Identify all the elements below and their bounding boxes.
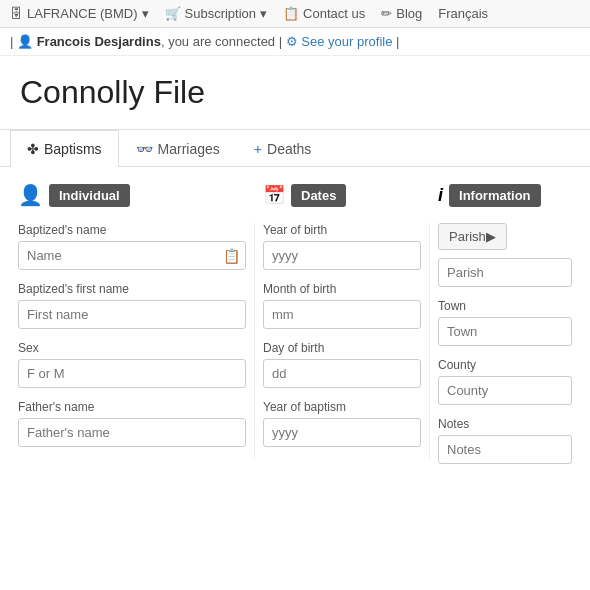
input-day-birth[interactable] bbox=[263, 359, 421, 388]
blog-icon: ✏ bbox=[381, 6, 392, 21]
tab-baptisms[interactable]: ✤ Baptisms bbox=[10, 130, 119, 167]
field-fathers-name: Father's name bbox=[18, 400, 246, 447]
field-notes: Notes bbox=[438, 417, 572, 464]
tab-deaths[interactable]: + Deaths bbox=[237, 130, 329, 167]
dates-header: 📅 Dates bbox=[255, 177, 430, 213]
contact-link[interactable]: 📋 Contact us bbox=[283, 6, 365, 21]
cart-icon: 🛒 bbox=[165, 6, 181, 21]
search-form: 👤 Individual 📅 Dates i Information Bapti… bbox=[0, 167, 590, 486]
title-area: Connolly File bbox=[0, 56, 590, 130]
input-fathers-name[interactable] bbox=[18, 418, 246, 447]
field-parish: Parish▶ bbox=[438, 223, 572, 287]
field-month-birth: Month of birth bbox=[263, 282, 421, 329]
subscription-dropdown-icon: ▾ bbox=[260, 6, 267, 21]
input-notes[interactable] bbox=[438, 435, 572, 464]
information-header: i Information bbox=[430, 177, 580, 213]
label-year-baptism: Year of baptism bbox=[263, 400, 421, 414]
input-sex[interactable] bbox=[18, 359, 246, 388]
person-icon: 👤 bbox=[18, 183, 43, 207]
label-county: County bbox=[438, 358, 572, 372]
field-county: County bbox=[438, 358, 572, 405]
contact-icon: 📋 bbox=[283, 6, 299, 21]
username: Francois Desjardins bbox=[37, 34, 161, 49]
label-fathers-name: Father's name bbox=[18, 400, 246, 414]
brand-dropdown-icon: ▾ bbox=[142, 6, 149, 21]
input-town[interactable] bbox=[438, 317, 572, 346]
input-baptized-name[interactable] bbox=[18, 241, 246, 270]
col-dates: Year of birth Month of birth Day of birt… bbox=[255, 223, 430, 459]
col-individual: Baptized's name 📋 Baptized's first name … bbox=[10, 223, 255, 459]
field-day-birth: Day of birth bbox=[263, 341, 421, 388]
label-sex: Sex bbox=[18, 341, 246, 355]
form-body: Baptized's name 📋 Baptized's first name … bbox=[10, 223, 580, 476]
label-baptized-first-name: Baptized's first name bbox=[18, 282, 246, 296]
tab-marriages[interactable]: 👓 Marriages bbox=[119, 130, 237, 167]
label-baptized-name: Baptized's name bbox=[18, 223, 246, 237]
field-town: Town bbox=[438, 299, 572, 346]
input-county[interactable] bbox=[438, 376, 572, 405]
input-baptized-first-name[interactable] bbox=[18, 300, 246, 329]
marriages-icon: 👓 bbox=[136, 141, 153, 157]
language-link[interactable]: Français bbox=[438, 6, 488, 21]
col-information: Parish▶ Town County Notes bbox=[430, 223, 580, 476]
dates-badge: Dates bbox=[291, 184, 346, 207]
input-month-birth[interactable] bbox=[263, 300, 421, 329]
label-month-birth: Month of birth bbox=[263, 282, 421, 296]
parish-button[interactable]: Parish▶ bbox=[438, 223, 507, 250]
field-year-birth: Year of birth bbox=[263, 223, 421, 270]
user-icon: 👤 bbox=[17, 34, 33, 49]
database-icon: 🗄 bbox=[10, 6, 23, 21]
information-badge: Information bbox=[449, 184, 541, 207]
name-search-icon: 📋 bbox=[223, 248, 240, 264]
subscription-link[interactable]: 🛒 Subscription ▾ bbox=[165, 6, 268, 21]
see-profile-link[interactable]: See your profile bbox=[301, 34, 392, 49]
page-title: Connolly File bbox=[20, 74, 570, 111]
input-year-birth[interactable] bbox=[263, 241, 421, 270]
navbar: 🗄 LAFRANCE (BMD) ▾ 🛒 Subscription ▾ 📋 Co… bbox=[0, 0, 590, 28]
label-day-birth: Day of birth bbox=[263, 341, 421, 355]
brand-link[interactable]: 🗄 LAFRANCE (BMD) ▾ bbox=[10, 6, 149, 21]
label-year-birth: Year of birth bbox=[263, 223, 421, 237]
label-notes: Notes bbox=[438, 417, 572, 431]
info-icon: i bbox=[438, 185, 443, 206]
individual-badge: Individual bbox=[49, 184, 130, 207]
section-headers: 👤 Individual 📅 Dates i Information bbox=[10, 177, 580, 213]
field-sex: Sex bbox=[18, 341, 246, 388]
name-input-wrapper: 📋 bbox=[18, 241, 246, 270]
settings-icon: ⚙ bbox=[286, 34, 298, 49]
field-year-baptism: Year of baptism bbox=[263, 400, 421, 447]
individual-header: 👤 Individual bbox=[10, 177, 255, 213]
deaths-icon: + bbox=[254, 141, 262, 157]
tabs: ✤ Baptisms 👓 Marriages + Deaths bbox=[0, 130, 590, 167]
input-parish[interactable] bbox=[438, 258, 572, 287]
input-year-baptism[interactable] bbox=[263, 418, 421, 447]
field-baptized-name: Baptized's name 📋 bbox=[18, 223, 246, 270]
userbar: | 👤 Francois Desjardins, you are connect… bbox=[0, 28, 590, 56]
baptisms-icon: ✤ bbox=[27, 141, 39, 157]
calendar-icon: 📅 bbox=[263, 184, 285, 206]
label-town: Town bbox=[438, 299, 572, 313]
blog-link[interactable]: ✏ Blog bbox=[381, 6, 422, 21]
field-baptized-first-name: Baptized's first name bbox=[18, 282, 246, 329]
